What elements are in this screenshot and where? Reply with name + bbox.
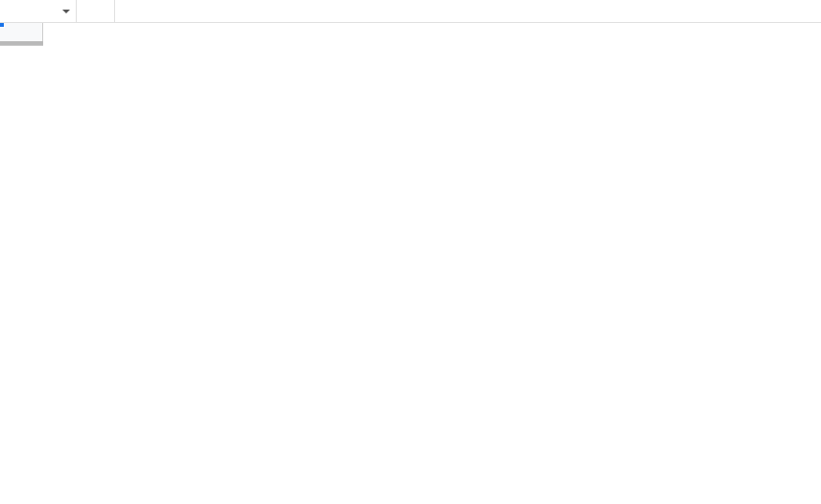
sheet-area (0, 23, 821, 504)
name-and-formula-bar (0, 0, 821, 23)
fx-icon (77, 0, 115, 23)
caret-down-icon (62, 10, 70, 13)
formula-input[interactable] (115, 1, 821, 22)
select-all-corner[interactable] (0, 23, 43, 46)
cell-selection (0, 23, 4, 27)
name-box[interactable] (0, 0, 77, 23)
fill-handle[interactable] (0, 23, 5, 28)
